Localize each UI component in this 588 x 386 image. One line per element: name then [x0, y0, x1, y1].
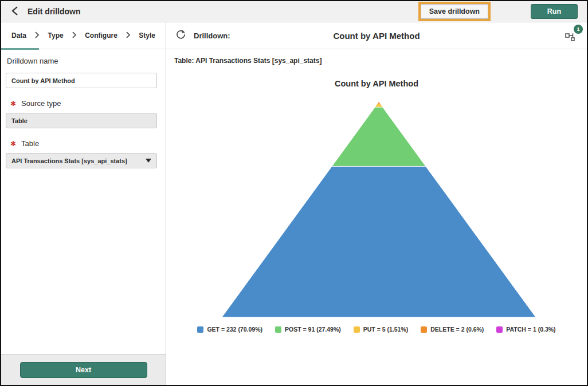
drilldown-name-input[interactable]	[6, 73, 157, 88]
back-chevron-icon	[11, 6, 19, 18]
pyramid-segment-patch[interactable]	[378, 102, 379, 103]
legend-item-get[interactable]: GET = 232 (70.09%)	[197, 326, 262, 333]
pyramid-segment-post[interactable]	[332, 107, 426, 166]
wizard-tabbar: Data Type Configure Style	[1, 22, 166, 49]
drilldown-hierarchy-button[interactable]: 1	[565, 30, 578, 41]
page-title: Edit drilldown	[28, 7, 81, 16]
legend-swatch-icon	[197, 326, 203, 333]
chevron-right-icon	[72, 30, 77, 41]
edit-drilldown-window: Edit drilldown Save drilldown Run Data T…	[0, 0, 588, 386]
tab-data[interactable]: Data	[11, 31, 26, 40]
drilldown-label: Drilldown:	[194, 31, 230, 40]
hierarchy-icon	[565, 33, 577, 43]
tab-configure[interactable]: Configure	[85, 31, 117, 40]
required-asterisk-icon: ✱	[10, 140, 16, 147]
tab-type[interactable]: Type	[48, 31, 64, 40]
pyramid-segment-put[interactable]	[375, 104, 382, 107]
sidebar-footer: Next	[1, 354, 166, 385]
table-select-value: API Transactions Stats [sys_api_stats]	[11, 157, 127, 164]
legend-item-delete[interactable]: DELETE = 2 (0.6%)	[421, 326, 484, 333]
chevron-right-icon	[34, 30, 40, 41]
source-type-input	[6, 113, 157, 128]
preview-header: Drilldown: Count by API Method 1	[166, 22, 587, 49]
legend-label: DELETE = 2 (0.6%)	[430, 326, 484, 333]
legend-label: PUT = 5 (1.51%)	[363, 326, 409, 333]
source-type-label: Source type	[21, 99, 61, 108]
source-type-label-row: ✱ Source type	[10, 99, 158, 108]
legend-swatch-icon	[354, 326, 360, 333]
legend-swatch-icon	[275, 326, 281, 333]
legend-swatch-icon	[421, 326, 427, 333]
table-label: Table	[21, 139, 39, 148]
required-asterisk-icon: ✱	[10, 100, 16, 107]
legend-swatch-icon	[496, 326, 503, 333]
preview-pane: Drilldown: Count by API Method 1 Table: …	[166, 22, 587, 385]
legend-label: PATCH = 1 (0.3%)	[506, 326, 555, 333]
legend-label: POST = 91 (27.49%)	[285, 326, 341, 333]
chart-area: Table: API Transactions Stats [sys_api_s…	[166, 49, 587, 385]
pyramid-segment-delete[interactable]	[378, 103, 381, 104]
legend-item-patch[interactable]: PATCH = 1 (0.3%)	[496, 326, 555, 333]
dropdown-caret-icon	[146, 159, 151, 163]
table-select[interactable]: API Transactions Stats [sys_api_stats]	[6, 153, 157, 168]
chevron-right-icon	[126, 30, 131, 41]
chart-legend: GET = 232 (70.09%)POST = 91 (27.49%)PUT …	[166, 326, 587, 333]
run-button[interactable]: Run	[531, 4, 578, 19]
pyramid-segment-get[interactable]	[222, 166, 536, 317]
topbar: Edit drilldown Save drilldown Run	[1, 1, 587, 22]
chart-title: Count by API Method	[166, 79, 587, 88]
sidebar: Data Type Configure Style Drilldown name	[1, 22, 166, 385]
drilldown-count-badge: 1	[574, 25, 583, 34]
topbar-actions: Save drilldown Run	[418, 2, 578, 21]
legend-label: GET = 232 (70.09%)	[207, 326, 262, 333]
save-highlight-annotation: Save drilldown	[418, 2, 491, 21]
save-drilldown-button[interactable]: Save drilldown	[421, 4, 488, 19]
legend-item-put[interactable]: PUT = 5 (1.51%)	[354, 326, 409, 333]
next-button[interactable]: Next	[20, 362, 147, 378]
refresh-icon	[175, 29, 186, 42]
drilldown-name-label: Drilldown name	[7, 57, 158, 65]
table-caption: Table: API Transactions Stats [sys_api_s…	[174, 57, 322, 65]
main-area: Data Type Configure Style Drilldown name	[1, 22, 587, 385]
back-button[interactable]	[8, 5, 22, 18]
legend-item-post[interactable]: POST = 91 (27.49%)	[275, 326, 341, 333]
tab-style[interactable]: Style	[139, 31, 155, 40]
drilldown-form: Drilldown name ✱ Source type ✱ Table API…	[1, 49, 166, 354]
pyramid-chart	[222, 102, 536, 317]
active-tab-underline	[1, 48, 39, 50]
table-label-row: ✱ Table	[10, 139, 158, 148]
refresh-button[interactable]	[175, 29, 186, 42]
